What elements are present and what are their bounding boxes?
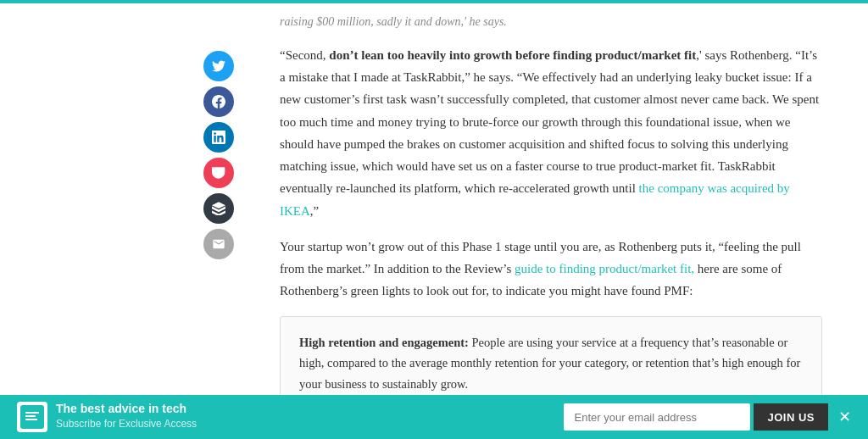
- linkedin-share-button[interactable]: [203, 122, 234, 153]
- svg-rect-1: [25, 415, 36, 417]
- pmf-guide-link[interactable]: guide to finding product/market fit,: [515, 262, 694, 275]
- publication-logo: [17, 402, 47, 432]
- subscribe-text-block: The best advice in tech Subscribe for Ex…: [56, 401, 197, 433]
- email-subscribe-input[interactable]: [564, 403, 750, 431]
- article-content: raising $00 million, sadly it and down,'…: [263, 3, 839, 439]
- svg-rect-0: [25, 412, 39, 414]
- retention-text: High retention and engagement: People ar…: [299, 332, 803, 395]
- subscribe-subtitle: Subscribe for Exclusive Access: [56, 416, 197, 433]
- paragraph-2: Your startup won’t grow out of this Phas…: [280, 236, 822, 303]
- subscribe-title: The best advice in tech: [56, 401, 197, 416]
- para1-end: ,”: [310, 204, 319, 218]
- para1-bold: don’t lean too heavily into growth befor…: [329, 48, 696, 62]
- pocket-save-button[interactable]: [203, 158, 234, 188]
- buffer-share-button[interactable]: [203, 193, 234, 224]
- truncated-line: raising $00 million, sadly it and down,'…: [280, 12, 822, 32]
- paragraph-1: “Second, don’t lean too heavily into gro…: [280, 44, 822, 222]
- para1-after: ,' says Rothenberg. “It’s a mistake that…: [280, 48, 819, 196]
- para1-before-bold: “Second,: [280, 48, 329, 62]
- facebook-share-button[interactable]: [203, 86, 234, 117]
- subscribe-bar: The best advice in tech Subscribe for Ex…: [0, 395, 868, 439]
- svg-rect-2: [25, 419, 37, 420]
- join-us-button[interactable]: JOIN US: [754, 403, 828, 431]
- twitter-share-button[interactable]: [203, 51, 234, 81]
- retention-bold: High retention and engagement:: [299, 336, 469, 349]
- logo-inner: [20, 405, 44, 429]
- email-share-button[interactable]: [203, 229, 234, 259]
- social-sidebar: [203, 51, 234, 259]
- close-subscribe-bar-button[interactable]: ✕: [838, 408, 851, 426]
- logo-icon: [24, 408, 41, 425]
- page-wrapper: raising $00 million, sadly it and down,'…: [0, 3, 868, 439]
